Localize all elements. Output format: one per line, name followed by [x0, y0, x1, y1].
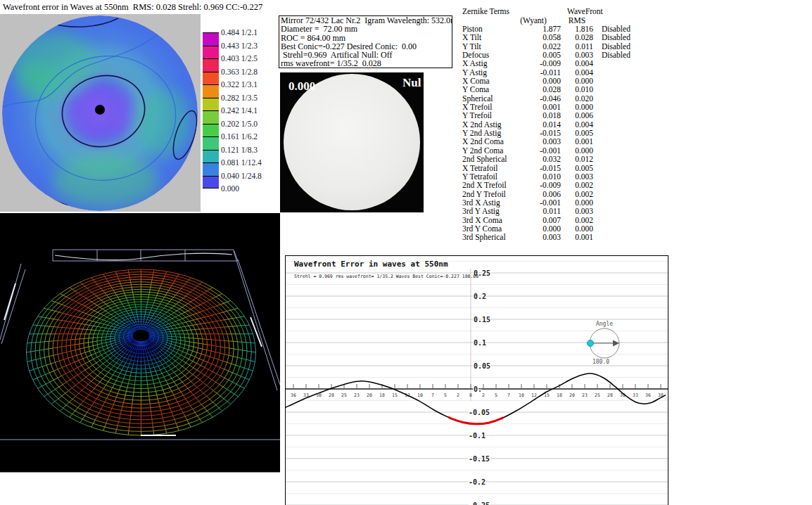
- zernike-cell: 0.020: [561, 94, 593, 103]
- zernike-cell: 3rd Y Coma: [462, 224, 533, 233]
- null-igram-panel: 0.000 Nul: [280, 72, 424, 212]
- zernike-cell: [593, 198, 642, 207]
- zernike-rms-header: RMS: [563, 16, 591, 25]
- zernike-cell: 0.032: [533, 155, 561, 163]
- center-marker-dot: [95, 105, 105, 115]
- main-title-bar: Wavefront error in Waves at 550nm RMS: 0…: [0, 0, 338, 14]
- zernike-cell: 2nd X Trefoil: [462, 181, 533, 189]
- zernike-cell: 0.006: [561, 111, 593, 120]
- x-tick-label: 20: [569, 392, 575, 398]
- legend-color-segment: [203, 150, 219, 163]
- zernike-cell: 0.000: [561, 146, 593, 155]
- x-tick-label: 10: [417, 392, 423, 398]
- zernike-cell: [593, 172, 642, 181]
- zernike-cell: 0.012: [561, 155, 593, 163]
- y-tick-label: 0.15: [474, 316, 490, 324]
- zernike-cell: 0.003: [533, 233, 561, 241]
- zernike-cell: 0.000: [561, 103, 593, 111]
- angle-handle-dot[interactable]: [588, 340, 594, 347]
- null-corner-label: Nul: [402, 76, 421, 90]
- zernike-cell: [593, 111, 642, 120]
- zernike-cell: Disabled: [593, 42, 642, 51]
- zernike-cell: [593, 207, 642, 215]
- angle-control[interactable]: Angle180.0: [588, 321, 620, 365]
- x-tick-label: 2: [457, 392, 459, 398]
- null-value-label: 0.000: [288, 79, 315, 94]
- zernike-cell: 0.004: [561, 120, 593, 129]
- surface-3d-panel[interactable]: [0, 213, 280, 473]
- y-tick-label: -0.25: [469, 501, 490, 505]
- zernike-cell: 0.005: [561, 164, 593, 172]
- zernike-cell: Y Tilt: [462, 42, 533, 51]
- zernike-cell: 0.014: [533, 120, 561, 129]
- zernike-wavefront-header: WaveFront: [567, 7, 603, 15]
- legend-label: 0.484 1/2.1: [221, 28, 258, 37]
- x-tick-label: 15: [392, 392, 398, 398]
- zernike-cell: X Tetrafoil: [462, 164, 533, 172]
- zernike-cell: 3rd Spherical: [462, 233, 533, 241]
- y-tick-label: -0.1: [469, 432, 486, 440]
- zernike-cell: 0.002: [561, 190, 593, 198]
- zernike-cell: -0.001: [533, 198, 561, 207]
- zernike-cell: [593, 190, 642, 198]
- zernike-cell: 0.004: [561, 68, 593, 77]
- x-tick-label: 5: [444, 392, 447, 398]
- zernike-cell: 0.001: [561, 233, 593, 241]
- x-tick-label: 12: [531, 392, 537, 398]
- zernike-cell: Disabled: [593, 33, 642, 41]
- zernike-table: Zernike Terms WaveFront (Wyant) RMS Pist…: [461, 6, 672, 248]
- zernike-cell: 0.010: [533, 172, 561, 181]
- x-tick-label: 33: [633, 392, 638, 398]
- surface-3d-view[interactable]: [0, 213, 280, 472]
- zernike-cell: 0.006: [533, 190, 561, 198]
- zernike-cell: 0.002: [561, 216, 593, 224]
- zernike-cell: [593, 137, 642, 146]
- legend-label: 0.322 1/3.1: [221, 80, 258, 89]
- legend-color-segment: [203, 46, 219, 59]
- legend-label: 0.161 1/6.2: [221, 132, 258, 141]
- x-tick-label: 25: [595, 392, 600, 398]
- zernike-cell: 0.000: [533, 224, 561, 233]
- zernike-cell: -0.015: [533, 164, 561, 172]
- legend-label: 0.282 1/3.5: [221, 94, 258, 103]
- x-tick-label: 36: [291, 392, 296, 398]
- color-scale-bar: [203, 32, 219, 188]
- zernike-cell: -0.001: [533, 146, 561, 155]
- profile-curve: [286, 373, 666, 424]
- legend-color-segment: [203, 84, 219, 98]
- zernike-cell: X 2nd Astig: [462, 120, 533, 129]
- angle-label: Angle: [596, 321, 613, 327]
- zernike-cell: 0.000: [561, 224, 593, 233]
- app-window: Wavefront error in Waves at 550nm RMS: 0…: [0, 0, 812, 505]
- zernike-cell: 0.010: [561, 85, 593, 94]
- x-tick-label: 2: [482, 392, 485, 398]
- contour-map-panel: [0, 14, 201, 212]
- legend-label: 0.363 1/2.8: [221, 68, 258, 77]
- y-tick-label: 0.05: [474, 362, 490, 370]
- zernike-cell: 0.003: [561, 207, 593, 215]
- y-tick-label: 0.: [474, 385, 482, 393]
- y-tick-label: -0.2: [469, 478, 486, 486]
- zernike-cell: 0.002: [561, 181, 593, 189]
- zernike-cell: 0.007: [533, 216, 561, 224]
- zernike-cell: [593, 68, 642, 77]
- x-tick-label: 0: [469, 392, 472, 398]
- legend-color-segment: [203, 124, 219, 137]
- zernike-cell: [593, 120, 642, 129]
- zernike-cell: Y 2nd Astig: [462, 129, 533, 137]
- x-tick-label: 7: [431, 392, 434, 398]
- zernike-cell: 0.018: [533, 111, 561, 120]
- zernike-cell: [593, 216, 642, 224]
- x-tick-label: 10: [519, 392, 524, 398]
- zernike-cell: 0.004: [561, 59, 593, 68]
- zernike-cell: [593, 85, 642, 94]
- zernike-cell: Y Astig: [462, 68, 533, 77]
- zernike-cell: [593, 59, 642, 68]
- zernike-cell: 0.000: [533, 77, 561, 85]
- angle-arrowhead: [613, 340, 619, 347]
- legend-color-segment: [203, 32, 219, 46]
- zernike-cell: Y 2nd Coma: [462, 146, 533, 155]
- zernike-cell: [593, 181, 642, 189]
- zernike-title: Zernike Terms: [462, 7, 509, 15]
- zernike-cell: [593, 103, 642, 111]
